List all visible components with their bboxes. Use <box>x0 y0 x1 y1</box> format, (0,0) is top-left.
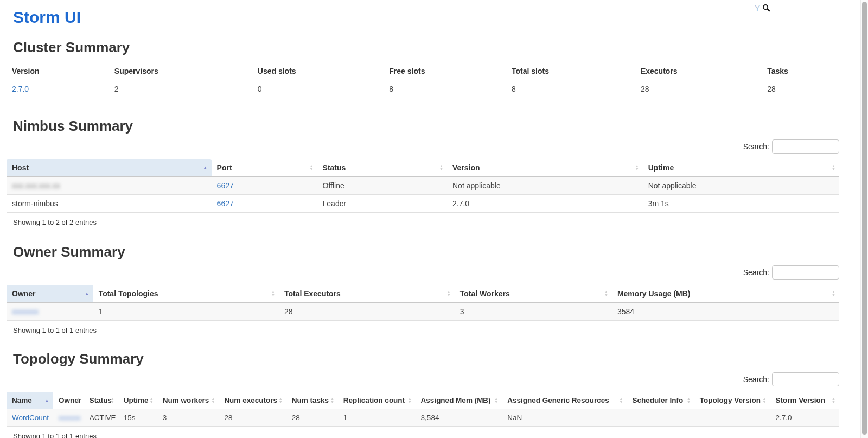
nimbus-search-input[interactable] <box>772 139 839 154</box>
col-memory-usage[interactable]: Memory Usage (MB)▲▼ <box>612 285 839 303</box>
sort-icon: ▲▼ <box>150 397 154 404</box>
sort-icon: ▲▼ <box>687 397 691 404</box>
nimbus-host-redacted: xxx.xxx.xxx.xx <box>12 181 60 190</box>
owner-header-row: Owner▲ Total Topologies▲▼ Total Executor… <box>7 285 839 303</box>
col-topo-status[interactable]: Status▲▼ <box>84 392 118 409</box>
topology-status: ACTIVE <box>84 409 118 427</box>
nimbus-host: storm-nimbus <box>7 195 212 213</box>
col-free-slots: Free slots <box>384 62 506 80</box>
col-replication-count[interactable]: Replication count▲▼ <box>338 392 416 409</box>
col-used-slots: Used slots <box>252 62 384 80</box>
owner-name-redacted[interactable]: xxxxxxx <box>12 307 39 316</box>
nimbus-port-link[interactable]: 6627 <box>217 181 234 190</box>
nimbus-entries-info: Showing 1 to 2 of 2 entries <box>13 218 839 226</box>
topology-entries-info: Showing 1 to 1 of 1 entries <box>13 432 839 438</box>
col-total-topologies[interactable]: Total Topologies▲▼ <box>93 285 279 303</box>
col-port[interactable]: Port▲▼ <box>212 159 317 177</box>
col-total-executors[interactable]: Total Executors▲▼ <box>279 285 455 303</box>
sort-icon: ▲▼ <box>604 290 608 297</box>
nimbus-header-row: Host▲ Port▲▼ Status▲▼ Version▲▼ Uptime▲▼ <box>7 159 839 177</box>
owner-entries-info: Showing 1 to 1 of 1 entries <box>13 326 839 334</box>
owner-search-label: Search: <box>743 268 769 277</box>
col-version: Version <box>7 62 109 80</box>
col-owner[interactable]: Owner▲ <box>7 285 93 303</box>
topology-owner-redacted[interactable]: xxxxxx <box>59 414 81 422</box>
owner-memory-usage: 3584 <box>612 303 839 321</box>
cluster-total-slots: 8 <box>506 80 635 98</box>
nimbus-row: storm-nimbus 6627 Leader 2.7.0 3m 1s <box>7 195 839 213</box>
sort-icon: ▲▼ <box>832 397 835 404</box>
topology-scheduler-info <box>627 409 694 427</box>
col-total-slots: Total slots <box>506 62 635 80</box>
topology-search-label: Search: <box>743 375 769 384</box>
col-topology-version[interactable]: Topology Version▲▼ <box>694 392 770 409</box>
cluster-supervisors: 2 <box>109 80 252 98</box>
owner-search: Search: <box>7 265 839 280</box>
cluster-free-slots: 8 <box>384 80 506 98</box>
owner-row: xxxxxxx 1 28 3 3584 <box>7 303 839 321</box>
sort-icon: ▲▼ <box>111 397 114 404</box>
col-nimbus-version[interactable]: Version▲▼ <box>447 159 643 177</box>
topology-num-tasks: 28 <box>286 409 338 427</box>
sort-icon: ▲▼ <box>76 397 80 404</box>
topology-num-workers: 3 <box>157 409 219 427</box>
sort-icon: ▲▼ <box>447 290 451 297</box>
sort-asc-icon: ▲ <box>203 165 208 170</box>
owner-total-workers: 3 <box>455 303 612 321</box>
topology-uptime: 15s <box>118 409 157 427</box>
topology-storm-version: 2.7.0 <box>770 409 840 427</box>
owner-summary-heading: Owner Summary <box>13 244 839 261</box>
col-num-executors[interactable]: Num executors▲▼ <box>219 392 286 409</box>
sort-icon: ▲▼ <box>763 397 767 404</box>
topology-name-link[interactable]: WordCount <box>12 414 49 422</box>
col-supervisors: Supervisors <box>109 62 252 80</box>
sort-icon: ▲▼ <box>832 290 835 297</box>
nimbus-port-link[interactable]: 6627 <box>217 199 234 208</box>
col-scheduler-info[interactable]: Scheduler Info▲▼ <box>627 392 694 409</box>
cluster-version-link[interactable]: 2.7.0 <box>12 85 29 93</box>
sort-icon: ▲▼ <box>211 397 215 404</box>
col-name[interactable]: Name▲ <box>7 392 53 409</box>
topology-summary-heading: Topology Summary <box>13 351 839 367</box>
col-host[interactable]: Host▲ <box>7 159 212 177</box>
owner-summary-table: Owner▲ Total Topologies▲▼ Total Executor… <box>7 285 839 321</box>
col-total-workers[interactable]: Total Workers▲▼ <box>455 285 612 303</box>
col-assigned-generic-resources[interactable]: Assigned Generic Resources▲▼ <box>502 392 627 409</box>
topology-assigned-generic-resources: NaN <box>502 409 627 427</box>
col-num-workers[interactable]: Num workers▲▼ <box>157 392 219 409</box>
owner-total-topologies: 1 <box>93 303 279 321</box>
sort-icon: ▲▼ <box>832 164 835 171</box>
cluster-executors: 28 <box>635 80 762 98</box>
sort-icon: ▲▼ <box>271 290 275 297</box>
nimbus-row: xxx.xxx.xxx.xx 6627 Offline Not applicab… <box>7 177 839 195</box>
col-status[interactable]: Status▲▼ <box>317 159 447 177</box>
cluster-summary-table: Version Supervisors Used slots Free slot… <box>7 62 839 98</box>
col-topo-owner[interactable]: Owner▲▼ <box>53 392 84 409</box>
cluster-data-row: 2.7.0 2 0 8 8 28 28 <box>7 80 839 98</box>
col-storm-version[interactable]: Storm Version▲▼ <box>770 392 840 409</box>
sort-asc-icon: ▲ <box>44 398 49 403</box>
cluster-tasks: 28 <box>762 80 839 98</box>
col-topo-uptime[interactable]: Uptime▲▼ <box>118 392 157 409</box>
col-uptime[interactable]: Uptime▲▼ <box>643 159 839 177</box>
nimbus-uptime: 3m 1s <box>643 195 839 213</box>
topology-search: Search: <box>7 372 839 386</box>
nimbus-search-label: Search: <box>743 142 769 151</box>
topology-assigned-mem: 3,584 <box>416 409 502 427</box>
owner-total-executors: 28 <box>279 303 455 321</box>
sort-asc-icon: ▲ <box>85 291 90 296</box>
cluster-summary-heading: Cluster Summary <box>13 39 839 56</box>
sort-icon: ▲▼ <box>310 164 314 171</box>
cluster-header-row: Version Supervisors Used slots Free slot… <box>7 62 839 80</box>
sort-icon: ▲▼ <box>494 397 498 404</box>
col-tasks: Tasks <box>762 62 839 80</box>
topology-search-input[interactable] <box>772 372 839 386</box>
topology-row: WordCount xxxxxx ACTIVE 15s 3 28 28 1 3,… <box>7 409 839 427</box>
nimbus-summary-table: Host▲ Port▲▼ Status▲▼ Version▲▼ Uptime▲▼… <box>7 159 839 213</box>
topology-header-row: Name▲ Owner▲▼ Status▲▼ Uptime▲▼ Num work… <box>7 392 839 409</box>
col-assigned-mem[interactable]: Assigned Mem (MB)▲▼ <box>416 392 502 409</box>
owner-search-input[interactable] <box>772 265 839 280</box>
topology-num-executors: 28 <box>219 409 286 427</box>
app-title-link[interactable]: Storm UI <box>13 0 839 27</box>
col-num-tasks[interactable]: Num tasks▲▼ <box>286 392 338 409</box>
